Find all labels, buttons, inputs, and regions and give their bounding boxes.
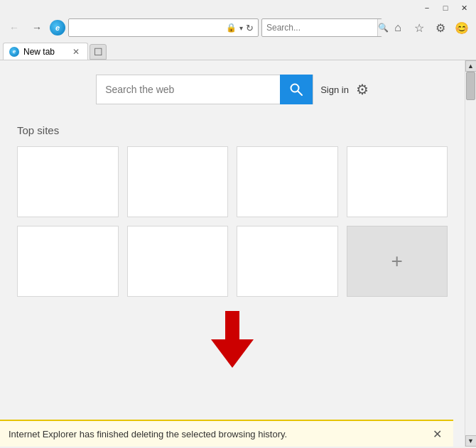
site-tile-6[interactable] xyxy=(127,226,229,297)
close-button[interactable]: ✕ xyxy=(455,1,473,15)
maximize-button[interactable]: □ xyxy=(436,1,455,15)
emoji-button[interactable]: 😊 xyxy=(452,18,472,37)
search-section: Sign in ⚙ xyxy=(17,75,448,104)
ie-logo: e xyxy=(50,20,65,35)
site-tile-4[interactable] xyxy=(347,146,448,217)
main-content: Sign in ⚙ Top sites + Internet Explorer … xyxy=(0,60,465,447)
scrollbar[interactable]: ▲ ▼ xyxy=(465,60,476,447)
main-area: Sign in ⚙ Top sites + Internet Explorer … xyxy=(0,60,476,447)
search-box xyxy=(96,75,313,104)
site-tile-7[interactable] xyxy=(237,226,338,297)
forward-button[interactable]: → xyxy=(27,18,47,37)
active-tab[interactable]: e New tab ✕ xyxy=(3,43,88,60)
new-tab-button[interactable]: ☐ xyxy=(90,44,107,60)
sites-grid: + xyxy=(17,146,448,297)
site-tile-2[interactable] xyxy=(127,146,229,217)
refresh-icon[interactable]: ↻ xyxy=(244,23,255,33)
tab-close-button[interactable]: ✕ xyxy=(70,46,82,58)
svg-line-1 xyxy=(298,92,303,96)
nav-search-bar: 🔍 xyxy=(261,18,382,37)
settings-button[interactable]: ⚙ xyxy=(431,18,450,37)
search-button[interactable] xyxy=(280,75,313,104)
nav-search-input[interactable] xyxy=(262,23,377,33)
site-tile-1[interactable] xyxy=(17,146,119,217)
address-dropdown-icon[interactable]: ▾ xyxy=(238,24,244,32)
site-tile-3[interactable] xyxy=(237,146,338,217)
nav-search-button[interactable]: 🔍 xyxy=(377,19,389,36)
site-tile-5[interactable] xyxy=(17,226,119,297)
back-button[interactable]: ← xyxy=(4,18,24,37)
favorites-button[interactable]: ☆ xyxy=(409,18,429,37)
nav-bar: ← → e 🔒 ▾ ↻ 🔍 ⌂ ☆ ⚙ 😊 xyxy=(0,16,476,40)
add-site-tile[interactable]: + xyxy=(347,226,448,297)
sign-in-link[interactable]: Sign in xyxy=(320,84,349,95)
scrollbar-thumb[interactable] xyxy=(466,72,475,100)
tab-favicon: e xyxy=(9,47,19,57)
arrow-container xyxy=(17,311,448,368)
main-settings-icon[interactable]: ⚙ xyxy=(356,81,369,98)
browser-chrome: ← → e 🔒 ▾ ↻ 🔍 ⌂ ☆ ⚙ 😊 e New tab ✕ ☐ xyxy=(0,16,476,60)
minimize-button[interactable]: − xyxy=(418,1,436,15)
address-input[interactable] xyxy=(72,23,226,33)
scrollbar-track xyxy=(465,72,476,435)
tab-bar: e New tab ✕ ☐ xyxy=(0,40,476,60)
notification-bar: Internet Explorer has finished deleting … xyxy=(0,420,453,447)
top-sites-label: Top sites xyxy=(17,124,448,136)
home-button[interactable]: ⌂ xyxy=(388,18,408,37)
address-bar: 🔒 ▾ ↻ xyxy=(68,18,259,37)
notification-text: Internet Explorer has finished deleting … xyxy=(9,429,424,439)
search-icon xyxy=(289,82,303,97)
toolbar-icons: ⌂ ☆ ⚙ 😊 xyxy=(388,18,472,37)
title-bar: − □ ✕ xyxy=(0,0,476,16)
lock-icon: 🔒 xyxy=(226,23,237,33)
search-input[interactable] xyxy=(97,84,280,95)
scroll-down-button[interactable]: ▼ xyxy=(465,435,477,447)
down-arrow-icon xyxy=(211,311,254,368)
scroll-up-button[interactable]: ▲ xyxy=(465,60,477,72)
notification-close-button[interactable]: ✕ xyxy=(430,427,445,441)
svg-marker-2 xyxy=(211,311,254,368)
tab-label: New tab xyxy=(23,47,66,57)
